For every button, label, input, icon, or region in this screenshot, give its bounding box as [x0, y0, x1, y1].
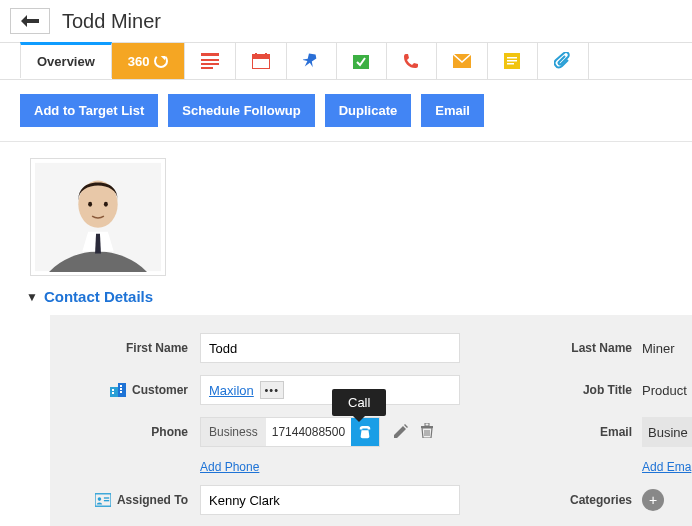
assigned-to-input[interactable]	[200, 485, 460, 515]
add-category-button[interactable]: +	[642, 489, 664, 511]
paperclip-icon	[554, 52, 572, 70]
id-card-icon	[95, 493, 111, 507]
email-button[interactable]: Email	[421, 94, 484, 127]
tab-calendar[interactable]	[236, 43, 287, 79]
tab-call[interactable]	[387, 43, 437, 79]
duplicate-button[interactable]: Duplicate	[325, 94, 412, 127]
page-title: Todd Miner	[62, 10, 161, 33]
svg-rect-5	[252, 55, 270, 59]
tab-360-label: 360	[128, 54, 150, 69]
svg-rect-7	[265, 53, 267, 57]
pin-icon	[303, 53, 319, 69]
job-title-label: Job Title	[470, 383, 642, 397]
svg-rect-0	[201, 53, 219, 56]
back-button[interactable]	[10, 8, 50, 34]
last-name-label: Last Name	[470, 341, 642, 355]
svg-rect-25	[120, 391, 122, 393]
svg-rect-34	[104, 500, 109, 501]
svg-rect-13	[507, 63, 514, 65]
chevron-down-icon: ▼	[26, 290, 38, 304]
envelope-icon	[453, 54, 471, 68]
calendar-icon	[252, 53, 270, 69]
customer-link[interactable]: Maxilon	[209, 383, 254, 398]
phone-icon	[403, 53, 419, 69]
refresh-icon	[154, 54, 168, 68]
svg-point-17	[88, 202, 92, 207]
note-icon	[504, 53, 520, 69]
avatar	[30, 158, 166, 276]
svg-point-18	[104, 202, 108, 207]
customer-lookup-button[interactable]: •••	[260, 381, 284, 399]
job-title-value[interactable]: Product	[642, 383, 692, 398]
tab-note[interactable]	[488, 43, 538, 79]
last-name-value[interactable]: Miner	[642, 341, 692, 356]
svg-point-32	[98, 497, 102, 501]
tab-360[interactable]: 360	[112, 43, 185, 79]
tab-attachment[interactable]	[538, 43, 589, 79]
list-icon	[201, 53, 219, 69]
phone-delete-button[interactable]	[420, 423, 434, 441]
assigned-to-label: Assigned To	[117, 493, 188, 507]
categories-label: Categories	[470, 493, 642, 507]
first-name-label: First Name	[50, 341, 200, 355]
email-value[interactable]: Busine	[642, 417, 692, 447]
pencil-icon	[394, 424, 408, 438]
add-phone-link[interactable]: Add Phone	[200, 460, 259, 474]
contact-details-label: Contact Details	[44, 288, 153, 305]
add-to-target-button[interactable]: Add to Target List	[20, 94, 158, 127]
svg-rect-2	[201, 63, 219, 65]
task-icon	[353, 53, 369, 69]
schedule-followup-button[interactable]: Schedule Followup	[168, 94, 314, 127]
tab-overview[interactable]: Overview	[20, 42, 112, 78]
trash-icon	[420, 423, 434, 438]
phone-type[interactable]: Business	[201, 418, 266, 446]
tab-task[interactable]	[337, 43, 387, 79]
svg-rect-21	[112, 389, 114, 391]
phone-call-button[interactable]	[351, 418, 379, 446]
email-label: Email	[470, 425, 642, 439]
avatar-image	[35, 162, 161, 272]
svg-rect-3	[201, 67, 213, 69]
handset-icon	[358, 425, 372, 439]
svg-rect-6	[255, 53, 257, 57]
add-email-link[interactable]: Add Ema	[642, 460, 691, 474]
call-tooltip: Call	[332, 389, 386, 416]
contact-details-header[interactable]: ▼ Contact Details	[0, 282, 692, 315]
tab-list[interactable]	[185, 43, 236, 79]
phone-label: Phone	[50, 425, 200, 439]
svg-rect-12	[507, 60, 517, 62]
call-tooltip-label: Call	[348, 395, 370, 410]
customer-label: Customer	[132, 383, 188, 397]
back-arrow-icon	[21, 15, 39, 27]
tab-pin[interactable]	[287, 43, 337, 79]
tab-overview-label: Overview	[37, 54, 95, 69]
svg-rect-11	[507, 57, 517, 59]
svg-rect-33	[104, 497, 109, 498]
tab-email[interactable]	[437, 43, 488, 79]
customer-field[interactable]: Maxilon •••	[200, 375, 460, 405]
first-name-input[interactable]	[200, 333, 460, 363]
svg-rect-27	[425, 423, 429, 426]
svg-rect-22	[112, 392, 114, 394]
svg-rect-23	[120, 385, 122, 387]
svg-rect-1	[201, 59, 219, 61]
building-icon	[110, 383, 126, 397]
phone-edit-button[interactable]	[394, 424, 408, 441]
svg-rect-24	[120, 388, 122, 390]
phone-number[interactable]: 17144088500	[266, 425, 351, 439]
